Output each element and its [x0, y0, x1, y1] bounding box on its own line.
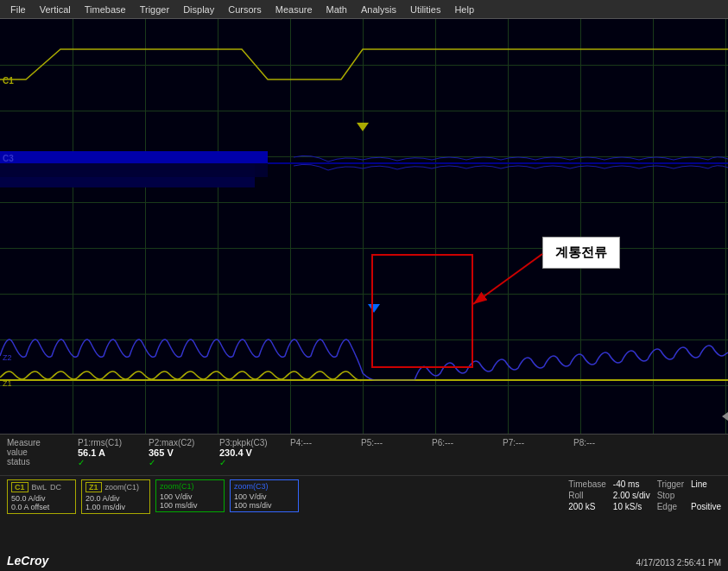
c1-dc-badge: DC	[50, 483, 61, 492]
p2-label: P2:max(C2)	[149, 438, 209, 447]
measure-p7: P7:---	[503, 438, 563, 447]
zoom-c1-line2: 100 ms/div	[160, 501, 220, 510]
z1-values: 20.0 A/div 1.00 ms/div	[85, 494, 146, 511]
lecroy-brand: LeCroy	[7, 554, 48, 568]
channel-bars: C1 BwL DC 50.0 A/div 0.0 A offset Z1 zoo…	[0, 476, 728, 517]
zoom-c1-bar: zoom(C1) 100 V/div 100 ms/div	[155, 479, 225, 512]
measure-p6: P6:---	[432, 438, 492, 447]
p6-label: P6:---	[432, 438, 492, 447]
z1-sine	[0, 371, 728, 381]
z1-bar: Z1 zoom(C1) 20.0 A/div 1.00 ms/div	[81, 479, 150, 514]
zoom-c3-values: 100 V/div 100 ms/div	[234, 492, 294, 510]
annotation-box	[371, 254, 473, 368]
z1-zoom-badge: zoom(C1)	[105, 483, 140, 492]
trigger-marker-top	[357, 123, 369, 131]
z2-marker: Z2	[3, 353, 12, 362]
measure-p2: P2:max(C2) 365 V ✓	[149, 438, 209, 467]
roll-value: 2.00 s/div	[613, 491, 650, 500]
z1-badge: Z1	[85, 482, 102, 492]
timestamp: 4/17/2013 2:56:41 PM	[636, 558, 721, 568]
measure-p1: P1:rms(C1) 56.1 A ✓	[78, 438, 138, 467]
c1-bwl-badge: BwL	[32, 483, 47, 492]
rate-value: 10 kS/s	[613, 502, 650, 511]
measure-title: Measure	[7, 438, 67, 447]
p7-label: P7:---	[503, 438, 563, 447]
z2-waveform	[0, 339, 728, 380]
trigger-label: Trigger	[657, 479, 684, 489]
zoom-c1-values: 100 V/div 100 ms/div	[160, 492, 220, 510]
c1-values: 50.0 A/div 0.0 A offset	[11, 494, 72, 511]
p2-status: ✓	[149, 458, 209, 467]
measure-p8: P8:---	[573, 438, 634, 447]
menu-utilities[interactable]: Utilities	[403, 3, 447, 16]
zoom-c1-badge: zoom(C1)	[160, 482, 194, 491]
zoom-c3-badge: zoom(C3)	[234, 482, 269, 491]
menu-cursors[interactable]: Cursors	[221, 3, 269, 16]
menu-timebase[interactable]: Timebase	[78, 3, 133, 16]
bottom-area: Measure value status P1:rms(C1) 56.1 A ✓…	[0, 434, 728, 571]
measure-header-col: Measure value status	[7, 438, 67, 466]
c1-bar: C1 BwL DC 50.0 A/div 0.0 A offset	[7, 479, 76, 514]
annotation-label: 계통전류	[542, 237, 620, 269]
timebase-value: -40 ms	[613, 479, 650, 489]
c1-label-display: C1	[3, 76, 14, 86]
menu-display[interactable]: Display	[176, 3, 221, 16]
c3-label-display: C3	[3, 154, 14, 163]
measure-p4: P4:---	[290, 438, 351, 447]
right-arrow	[722, 412, 728, 421]
menu-trigger[interactable]: Trigger	[133, 3, 176, 16]
p1-status: ✓	[78, 458, 138, 467]
p4-label: P4:---	[290, 438, 351, 447]
roll-label: Roll	[568, 491, 606, 500]
z1-marker: Z1	[3, 379, 12, 388]
menu-file[interactable]: File	[3, 3, 33, 16]
menu-math[interactable]: Math	[320, 3, 354, 16]
zoom-c3-line1: 100 V/div	[234, 492, 294, 501]
timebase-label: Timebase	[568, 479, 606, 489]
positive-value: Positive	[691, 502, 721, 511]
trigger-value: Line	[691, 479, 721, 489]
zoom-c3-line2: 100 ms/div	[234, 501, 294, 510]
menu-measure[interactable]: Measure	[269, 3, 320, 16]
zoom-c1-line1: 100 V/div	[160, 492, 220, 501]
oscilloscope-display: Z1 Z2 C1 C3 계통전류	[0, 19, 728, 434]
c1-line2: 0.0 A offset	[11, 503, 72, 511]
p1-value: 56.1 A	[78, 447, 138, 458]
measure-p5: P5:---	[361, 438, 421, 447]
c1-waveform	[0, 49, 728, 79]
p3-label: P3:pkpk(C3)	[219, 438, 280, 447]
measure-value-label: value	[7, 447, 67, 457]
timebase-section: Timebase -40 ms Trigger Line Roll 2.00 s…	[568, 479, 721, 511]
measure-section: Measure value status P1:rms(C1) 56.1 A ✓…	[0, 435, 728, 476]
z1-line2: 1.00 ms/div	[85, 503, 146, 511]
p5-label: P5:---	[361, 438, 421, 447]
menu-help[interactable]: Help	[447, 3, 481, 16]
p3-status: ✓	[219, 458, 280, 467]
zoom-c3-bar: zoom(C3) 100 V/div 100 ms/div	[230, 479, 299, 512]
menu-vertical[interactable]: Vertical	[33, 3, 78, 16]
stop-value	[691, 491, 721, 500]
p8-label: P8:---	[573, 438, 634, 447]
edge-label: Edge	[657, 502, 684, 511]
stop-label: Stop	[657, 491, 684, 500]
p2-value: 365 V	[149, 447, 209, 458]
menu-analysis[interactable]: Analysis	[354, 3, 403, 16]
c1-line1: 50.0 A/div	[11, 494, 72, 503]
ks-value: 200 kS	[568, 502, 606, 511]
z1-line1: 20.0 A/div	[85, 494, 146, 503]
measure-status-label: status	[7, 457, 67, 466]
waveforms-svg: Z1 Z2 C1 C3	[0, 19, 728, 434]
measure-p3: P3:pkpk(C3) 230.4 V ✓	[219, 438, 280, 467]
c1-badge: C1	[11, 482, 28, 492]
p3-value: 230.4 V	[219, 447, 280, 458]
menu-bar: File Vertical Timebase Trigger Display C…	[0, 0, 728, 19]
p1-label: P1:rms(C1)	[78, 438, 138, 447]
